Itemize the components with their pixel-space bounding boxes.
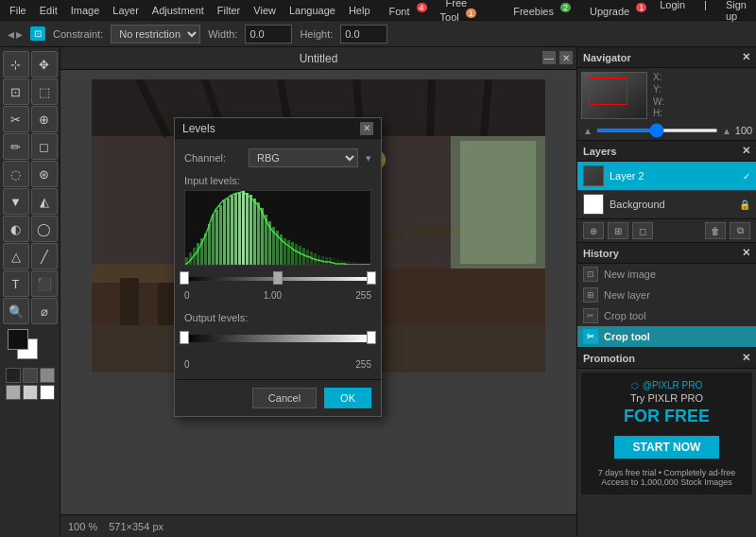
output-slider-row[interactable]	[184, 327, 371, 346]
output-slider-values: 0 255	[184, 359, 371, 370]
width-input[interactable]	[245, 25, 292, 43]
zoom-tool[interactable]: 🔍	[3, 298, 29, 324]
history-item-2[interactable]: ⊞ New layer	[577, 285, 756, 305]
menu-edit[interactable]: Edit	[34, 3, 63, 18]
tool-row-8: △ ╱	[3, 243, 58, 269]
history-content: ⊡ New image ⊞ New layer ✂ Crop tool ✂ Cr…	[577, 264, 756, 347]
layers-mask-btn[interactable]: ◻	[632, 222, 653, 239]
promotion-close[interactable]: ✕	[742, 352, 750, 364]
output-slider-right[interactable]	[367, 331, 376, 344]
grid-swatch-2[interactable]	[23, 368, 38, 383]
eraser-tool[interactable]: ◌	[3, 161, 29, 187]
grid-swatch-5[interactable]	[23, 385, 38, 400]
layers-duplicate-btn[interactable]: ⧉	[730, 222, 750, 239]
svg-line-7	[430, 79, 432, 136]
layer-2-visibility[interactable]: ✓	[743, 171, 750, 182]
clone-tool[interactable]: ⊛	[31, 161, 58, 187]
levels-title: Levels	[182, 122, 215, 135]
input-slider-mid[interactable]	[273, 271, 283, 285]
levels-close-button[interactable]: ✕	[360, 122, 373, 135]
menu-view[interactable]: View	[248, 3, 282, 18]
menu-help[interactable]: Help	[343, 3, 376, 18]
crop-tool active[interactable]: ✂	[3, 106, 29, 132]
blur-tool[interactable]: ◯	[31, 216, 58, 242]
input-slider-right[interactable]	[367, 271, 376, 285]
history-item-1[interactable]: ⊡ New image	[577, 264, 756, 285]
output-slider-left[interactable]	[180, 331, 189, 344]
navigator-thumbnail[interactable]	[581, 72, 647, 119]
zoom-slider[interactable]	[596, 129, 718, 132]
move-tool[interactable]: ⊹	[3, 51, 29, 78]
input-slider-left[interactable]	[180, 271, 189, 285]
channel-select[interactable]: RBG	[249, 148, 358, 167]
zoom-in-icon[interactable]: ▲	[722, 126, 731, 136]
layers-new-btn[interactable]: ⊕	[583, 222, 604, 239]
layers-close[interactable]: ✕	[742, 145, 750, 157]
menu-adjustment[interactable]: Adjustment	[146, 3, 210, 18]
eyedropper-tool[interactable]: ⌀	[31, 298, 58, 324]
menu-signup[interactable]: Sign up	[720, 0, 752, 24]
menu-filter[interactable]: Filter	[212, 3, 246, 18]
input-slider-row[interactable]	[184, 269, 371, 290]
history-icon-4: ✂	[583, 329, 598, 344]
canvas-inner[interactable]: Levels ✕ Channel: RBG ▾ Input levels:	[60, 70, 576, 514]
layers-effects-btn[interactable]: ⊞	[608, 222, 628, 239]
menu-image[interactable]: Image	[65, 3, 106, 18]
menu-layer[interactable]: Layer	[107, 3, 145, 18]
layers-delete-btn[interactable]: 🗑	[705, 222, 726, 239]
promo-line2: Access to 1,000,000 Stock Images	[589, 477, 745, 487]
promotion-title: Promotion	[583, 353, 635, 364]
grid-swatch-6[interactable]	[40, 385, 55, 400]
history-item-3[interactable]: ✂ Crop tool	[577, 305, 756, 326]
right-panel: Navigator ✕ X: Y: W: H: ▲ ▲ 100	[576, 47, 756, 537]
svg-rect-36	[215, 210, 218, 265]
foreground-color-swatch[interactable]	[8, 329, 28, 350]
fill-tool[interactable]: ▼	[3, 188, 29, 215]
channel-dropdown-icon: ▾	[366, 152, 371, 165]
shape-tool[interactable]: △	[3, 243, 29, 269]
forward-arrow-icon[interactable]: ▸	[16, 26, 23, 42]
history-title: History	[583, 248, 619, 259]
menu-login[interactable]: Login	[654, 0, 691, 24]
grid-swatch-3[interactable]	[40, 368, 55, 383]
svg-rect-42	[238, 193, 241, 265]
dodge-tool[interactable]: ◐	[3, 216, 29, 242]
navigator-close[interactable]: ✕	[742, 51, 750, 63]
levels-ok-button[interactable]: OK	[324, 388, 371, 408]
gradient-tool[interactable]: ◭	[31, 188, 58, 215]
history-item-4[interactable]: ✂ Crop tool	[577, 326, 756, 347]
height-input[interactable]	[340, 25, 387, 43]
brush-tool[interactable]: ◻	[31, 133, 58, 160]
grid-swatch-1[interactable]	[6, 368, 21, 383]
menu-language[interactable]: Language	[284, 3, 341, 18]
minimize-button[interactable]: —	[542, 51, 556, 64]
layer-item-2[interactable]: Layer 2 ✓	[577, 162, 756, 190]
magic-select-tool[interactable]: ⊕	[31, 106, 58, 132]
grid-swatch-4[interactable]	[6, 385, 21, 400]
history-close[interactable]: ✕	[742, 247, 750, 259]
zoom-out-icon[interactable]: ▲	[583, 126, 593, 136]
select-tool[interactable]: ⊡	[3, 78, 29, 105]
lasso-tool[interactable]: ⬚	[31, 78, 58, 105]
svg-rect-48	[261, 208, 264, 265]
close-button[interactable]: ✕	[559, 51, 573, 64]
pencil-tool[interactable]: ✏	[3, 133, 29, 160]
pan-tool[interactable]: ✥	[31, 51, 58, 78]
placeholder-tool[interactable]: ⬛	[31, 270, 58, 297]
history-label-3: Crop tool	[604, 310, 646, 321]
promo-line1: 7 days free trial • Completely ad-free	[589, 468, 745, 477]
text-tool[interactable]: T	[3, 270, 29, 297]
back-arrow-icon[interactable]: ◂	[8, 26, 14, 42]
menu-freetool[interactable]: Free Tool1	[435, 0, 501, 25]
menu-font[interactable]: Font4	[378, 1, 433, 19]
layer-item-bg[interactable]: Background 🔒	[577, 190, 756, 218]
constraint-select[interactable]: No restriction	[111, 25, 200, 43]
menu-freebies[interactable]: Freebies2	[502, 1, 576, 19]
freebies-badge: 2	[560, 3, 571, 12]
levels-cancel-button[interactable]: Cancel	[252, 388, 317, 408]
promo-start-button[interactable]: START NOW	[614, 436, 720, 459]
menu-file[interactable]: File	[4, 3, 32, 18]
line-tool[interactable]: ╱	[31, 243, 58, 269]
promo-main-title: FOR FREE	[589, 407, 745, 426]
menu-upgrade[interactable]: Upgrade1	[578, 1, 652, 19]
